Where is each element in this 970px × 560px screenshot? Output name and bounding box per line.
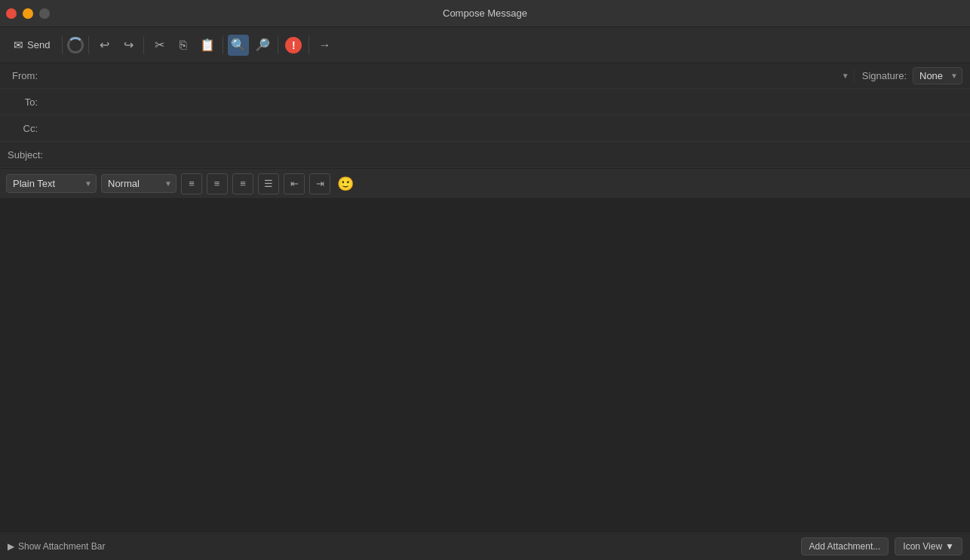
chevron-right-icon: ▶ [8, 541, 14, 552]
separator-3 [143, 36, 144, 54]
from-dropdown-arrow: ▼ [842, 72, 854, 80]
paragraph-style-wrapper: Normal Heading 1 Heading 2 Heading 3 ▼ [101, 174, 177, 193]
format-toolbar: Plain Text Rich Text ▼ Normal Heading 1 … [0, 169, 970, 199]
separator-2 [88, 36, 89, 54]
show-attachment-bar-button[interactable]: ▶ Show Attachment Bar [8, 541, 105, 552]
align-right-icon: ≡ [240, 178, 246, 189]
format-type-wrapper: Plain Text Rich Text ▼ [6, 174, 97, 193]
copy-button[interactable]: ⎘ [173, 35, 194, 56]
from-label: From: [0, 70, 45, 81]
send-label: Send [27, 39, 50, 50]
separator-5 [278, 36, 278, 54]
cc-input[interactable] [45, 115, 970, 141]
signature-wrapper: None ▼ [913, 67, 962, 84]
message-body[interactable] [0, 199, 970, 560]
align-justify-button[interactable]: ☰ [258, 173, 279, 194]
footer-right: Add Attachment... Icon View ▼ [801, 537, 962, 555]
to-row: To: [0, 89, 970, 115]
align-left-icon: ≡ [189, 178, 195, 189]
from-row: From: ▼ Signature: None ▼ [0, 63, 970, 89]
cc-row: Cc: [0, 115, 970, 142]
add-attachment-button[interactable]: Add Attachment... [801, 537, 889, 555]
priority-button[interactable]: ! [283, 35, 304, 56]
signature-area: Signature: None ▼ [854, 67, 970, 84]
find-icon: 🔍 [231, 38, 246, 52]
undo-icon: ↩ [100, 38, 109, 52]
emoji-icon: 🙂 [337, 176, 354, 192]
forward-button[interactable]: → [314, 35, 335, 56]
icon-view-button[interactable]: Icon View ▼ [895, 537, 962, 555]
indent-increase-icon: ⇥ [316, 178, 324, 189]
redo-button[interactable]: ↪ [118, 35, 139, 56]
redo-icon: ↪ [124, 38, 134, 52]
separator-6 [308, 36, 309, 54]
align-center-icon: ≡ [214, 178, 221, 189]
separator-1 [62, 36, 63, 54]
forward-icon: → [318, 38, 330, 52]
indent-decrease-icon: ⇤ [290, 178, 299, 189]
minimize-button[interactable] [23, 8, 33, 19]
emoji-button[interactable]: 🙂 [335, 173, 356, 194]
paste-button[interactable]: 📋 [197, 35, 218, 56]
indent-increase-button[interactable]: ⇥ [309, 173, 330, 194]
align-left-button[interactable]: ≡ [181, 173, 202, 194]
cut-button[interactable]: ✂ [149, 35, 170, 56]
from-select[interactable] [45, 66, 842, 86]
subject-input[interactable] [51, 142, 970, 167]
window-title: Compose Message [443, 8, 527, 19]
find-button[interactable]: 🔍 [228, 35, 249, 56]
paste-icon: 📋 [200, 38, 215, 52]
signature-select[interactable]: None [913, 67, 962, 84]
align-center-button[interactable]: ≡ [207, 173, 228, 194]
subject-label: Subject: [0, 149, 51, 161]
send-icon: ✉ [14, 38, 23, 52]
footer: ▶ Show Attachment Bar Add Attachment... … [0, 531, 970, 560]
find-replace-button[interactable]: 🔎 [252, 35, 273, 56]
undo-button[interactable]: ↩ [94, 35, 115, 56]
separator-4 [223, 36, 223, 54]
icon-view-arrow: ▼ [945, 541, 954, 552]
align-right-button[interactable]: ≡ [232, 173, 253, 194]
to-input[interactable] [45, 89, 970, 115]
signature-label: Signature: [862, 70, 907, 81]
show-attachment-label: Show Attachment Bar [18, 541, 105, 552]
subject-row: Subject: [0, 142, 970, 168]
indent-decrease-button[interactable]: ⇤ [284, 173, 305, 194]
close-button[interactable] [6, 8, 17, 19]
main-content: ✉ Send ↩ ↪ ✂ ⎘ 📋 🔍 🔎 ! [0, 27, 970, 560]
window-controls [6, 8, 50, 19]
maximize-button[interactable] [39, 8, 50, 19]
send-button[interactable]: ✉ Send [6, 35, 57, 56]
header-fields: From: ▼ Signature: None ▼ To: Cc: [0, 63, 970, 169]
to-label: To: [0, 96, 45, 108]
titlebar: Compose Message [0, 0, 970, 27]
add-attachment-label: Add Attachment... [809, 541, 881, 552]
icon-view-label: Icon View [903, 541, 942, 552]
priority-icon: ! [285, 37, 302, 54]
toolbar: ✉ Send ↩ ↪ ✂ ⎘ 📋 🔍 🔎 ! [0, 27, 970, 63]
paragraph-style-select[interactable]: Normal Heading 1 Heading 2 Heading 3 [101, 174, 177, 193]
align-justify-icon: ☰ [264, 178, 273, 189]
cut-icon: ✂ [155, 38, 164, 52]
copy-icon: ⎘ [180, 38, 187, 52]
body-wrapper [0, 199, 970, 560]
find-replace-icon: 🔎 [255, 38, 270, 52]
format-type-select[interactable]: Plain Text Rich Text [6, 174, 97, 193]
cc-label: Cc: [0, 123, 45, 134]
loading-spinner [67, 37, 84, 54]
